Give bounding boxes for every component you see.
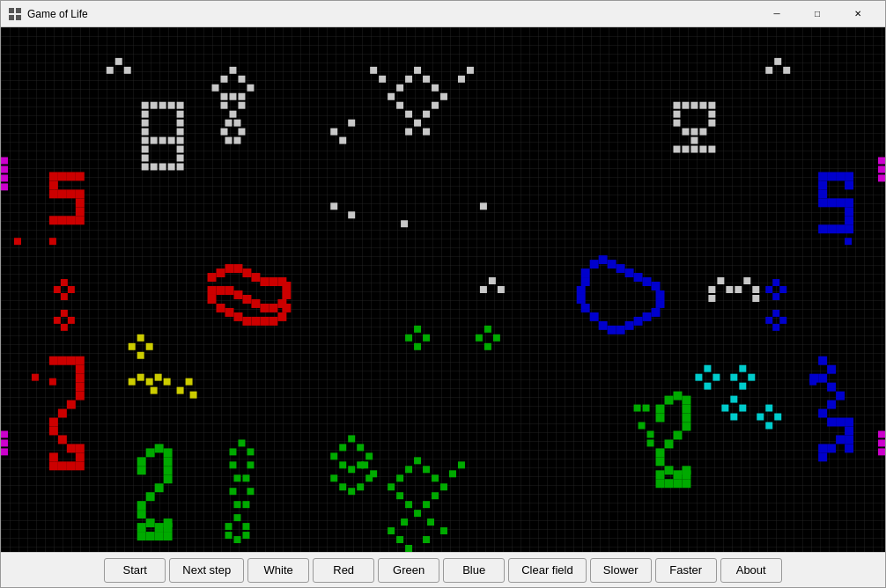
close-button[interactable]: ✕	[838, 1, 878, 27]
svg-rect-351	[238, 439, 245, 446]
svg-rect-393	[765, 405, 772, 412]
svg-rect-239	[836, 418, 845, 427]
svg-rect-285	[440, 483, 447, 490]
svg-rect-340	[330, 452, 337, 459]
svg-rect-357	[229, 488, 236, 495]
svg-rect-296	[423, 536, 430, 543]
svg-rect-218	[652, 308, 661, 317]
svg-rect-90	[107, 67, 114, 74]
svg-rect-138	[49, 426, 58, 435]
svg-rect-124	[58, 216, 67, 224]
svg-rect-77	[673, 146, 680, 153]
svg-rect-227	[577, 295, 586, 304]
svg-rect-131	[76, 365, 85, 374]
svg-rect-3	[16, 15, 21, 20]
svg-rect-64	[673, 102, 680, 109]
minimize-button[interactable]: ─	[757, 1, 797, 27]
blue-button[interactable]: Blue	[443, 558, 505, 583]
svg-rect-58	[225, 120, 232, 127]
window: Game of Life ─ □ ✕	[0, 0, 886, 588]
svg-rect-251	[772, 293, 779, 300]
svg-rect-52	[221, 93, 228, 100]
svg-rect-217	[656, 299, 665, 308]
svg-rect-1	[16, 8, 21, 13]
start-button[interactable]: Start	[104, 558, 166, 583]
svg-rect-321	[656, 448, 665, 457]
svg-rect-5	[405, 76, 412, 83]
svg-rect-8	[432, 85, 439, 92]
svg-rect-47	[221, 76, 228, 83]
svg-rect-363	[242, 523, 249, 530]
clear-field-button[interactable]: Clear field	[508, 558, 587, 583]
svg-rect-137	[49, 418, 58, 427]
svg-rect-342	[339, 461, 346, 468]
svg-rect-78	[682, 146, 689, 153]
svg-rect-403	[878, 158, 885, 165]
svg-rect-26	[177, 102, 184, 109]
svg-rect-247	[845, 444, 853, 452]
svg-rect-316	[682, 405, 690, 414]
svg-rect-127	[49, 356, 58, 365]
svg-rect-346	[365, 474, 373, 481]
about-button[interactable]: About	[720, 558, 782, 583]
white-button[interactable]: White	[247, 558, 309, 583]
svg-rect-254	[779, 317, 786, 324]
svg-rect-223	[608, 326, 617, 334]
svg-rect-402	[1, 448, 8, 455]
svg-rect-319	[673, 430, 682, 439]
svg-rect-366	[242, 532, 249, 539]
svg-rect-123	[49, 216, 58, 224]
svg-rect-220	[634, 317, 643, 326]
svg-rect-252	[765, 317, 772, 324]
faster-button[interactable]: Faster	[655, 558, 717, 583]
svg-rect-374	[151, 387, 158, 394]
svg-rect-7	[396, 85, 403, 92]
green-button[interactable]: Green	[378, 558, 439, 583]
svg-rect-139	[58, 435, 67, 444]
svg-rect-406	[878, 430, 885, 437]
svg-rect-349	[357, 483, 364, 490]
svg-rect-370	[137, 352, 144, 359]
app-icon	[8, 7, 22, 21]
red-button[interactable]: Red	[313, 558, 374, 583]
game-canvas[interactable]	[1, 27, 885, 552]
svg-rect-282	[396, 474, 403, 481]
svg-rect-43	[151, 163, 158, 170]
svg-rect-270	[146, 518, 155, 527]
svg-rect-313	[673, 392, 682, 401]
next-step-button[interactable]: Next step	[169, 558, 244, 583]
svg-rect-60	[221, 129, 228, 136]
maximize-button[interactable]: □	[797, 1, 838, 27]
svg-rect-384	[730, 374, 737, 381]
svg-rect-376	[164, 379, 171, 386]
svg-rect-202	[845, 216, 853, 224]
svg-rect-104	[339, 137, 346, 144]
svg-rect-187	[49, 238, 56, 245]
svg-rect-103	[348, 120, 355, 127]
svg-rect-172	[242, 317, 251, 326]
svg-rect-190	[818, 172, 827, 180]
svg-rect-250	[779, 286, 786, 293]
svg-rect-245	[827, 444, 836, 452]
svg-rect-162	[251, 299, 260, 308]
svg-rect-6	[423, 76, 430, 83]
svg-rect-271	[155, 523, 164, 532]
svg-rect-278	[164, 532, 173, 540]
svg-rect-93	[765, 67, 772, 74]
svg-rect-297	[405, 545, 412, 552]
svg-rect-9	[388, 93, 395, 100]
svg-rect-152	[242, 268, 251, 277]
svg-rect-371	[129, 379, 136, 386]
svg-rect-238	[827, 418, 836, 427]
svg-rect-396	[1, 158, 8, 165]
slower-button[interactable]: Slower	[590, 558, 652, 583]
svg-rect-10	[440, 93, 447, 100]
svg-rect-277	[155, 532, 164, 540]
svg-rect-72	[708, 120, 715, 127]
svg-rect-352	[247, 448, 254, 455]
svg-rect-258	[137, 457, 146, 466]
svg-rect-248	[765, 286, 772, 293]
svg-rect-67	[699, 102, 706, 109]
svg-rect-263	[164, 457, 173, 466]
svg-rect-169	[217, 304, 225, 312]
